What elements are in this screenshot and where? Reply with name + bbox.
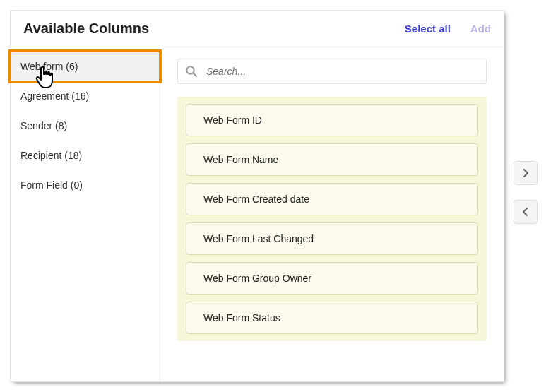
panel-body: Web form (6) Agreement (16) Sender (8) R… <box>11 47 504 381</box>
panel-title: Available Columns <box>23 20 405 37</box>
column-item[interactable]: Web Form Status <box>186 302 478 334</box>
category-recipient[interactable]: Recipient (18) <box>11 141 160 170</box>
panel-header: Available Columns Select all Add <box>11 11 504 47</box>
select-all-link[interactable]: Select all <box>405 23 451 35</box>
category-label: Recipient (18) <box>20 150 82 161</box>
search-input[interactable] <box>205 65 479 78</box>
category-form-field[interactable]: Form Field (0) <box>11 170 160 200</box>
category-label: Agreement (16) <box>20 90 89 102</box>
prev-page-button[interactable] <box>514 200 538 224</box>
column-item-label: Web Form Last Changed <box>203 233 314 244</box>
column-item[interactable]: Web Form Name <box>186 143 478 176</box>
chevron-left-icon <box>523 208 528 216</box>
category-label: Web form (6) <box>20 61 78 72</box>
category-sidebar: Web form (6) Agreement (16) Sender (8) R… <box>11 47 160 381</box>
column-item-label: Web Form Status <box>203 312 280 323</box>
search-box[interactable] <box>177 59 487 84</box>
columns-content: Web Form ID Web Form Name Web Form Creat… <box>160 47 504 381</box>
column-items-list: Web Form ID Web Form Name Web Form Creat… <box>177 97 487 341</box>
column-item[interactable]: Web Form Group Owner <box>186 262 478 295</box>
category-label: Sender (8) <box>20 120 67 131</box>
column-item[interactable]: Web Form Last Changed <box>186 222 478 255</box>
column-item-label: Web Form Created date <box>203 194 309 205</box>
category-label: Form Field (0) <box>20 179 83 191</box>
category-web-form[interactable]: Web form (6) <box>11 52 160 81</box>
column-item[interactable]: Web Form Created date <box>186 183 478 215</box>
column-item-label: Web Form Name <box>203 154 278 165</box>
category-agreement[interactable]: Agreement (16) <box>11 81 160 111</box>
svg-line-1 <box>194 73 196 76</box>
chevron-right-icon <box>523 169 528 177</box>
next-page-button[interactable] <box>514 161 538 185</box>
available-columns-panel: Available Columns Select all Add Web for… <box>10 10 504 382</box>
column-item-label: Web Form Group Owner <box>203 273 311 284</box>
add-link: Add <box>470 23 491 35</box>
column-item[interactable]: Web Form ID <box>186 104 478 136</box>
search-icon <box>185 65 198 78</box>
category-sender[interactable]: Sender (8) <box>11 111 160 141</box>
column-item-label: Web Form ID <box>203 114 262 126</box>
